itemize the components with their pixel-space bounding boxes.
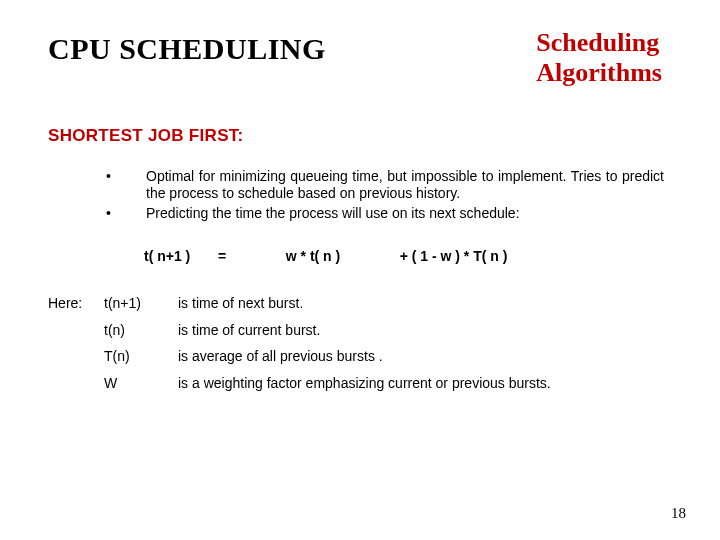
- definition-row: W is a weighting factor emphasizing curr…: [48, 370, 672, 397]
- slide-header: CPU SCHEDULING Scheduling Algorithms: [48, 28, 672, 88]
- definition-symbol: W: [104, 370, 178, 397]
- formula-eq: =: [218, 248, 282, 264]
- definition-symbol: T(n): [104, 343, 178, 370]
- page-number: 18: [671, 505, 686, 522]
- section-title-line2: Algorithms: [536, 58, 662, 87]
- definition-text: is time of current burst.: [178, 317, 672, 344]
- definitions-label: Here:: [48, 290, 104, 317]
- definitions: Here: t(n+1) is time of next burst. t(n)…: [48, 290, 672, 396]
- definition-symbol: t(n+1): [104, 290, 178, 317]
- topic-heading: SHORTEST JOB FIRST:: [48, 126, 672, 146]
- definition-text: is average of all previous bursts .: [178, 343, 672, 370]
- definition-symbol: t(n): [104, 317, 178, 344]
- definition-row: t(n) is time of current burst.: [48, 317, 672, 344]
- formula-term2: + ( 1 - w ) * T( n ): [400, 248, 508, 264]
- bullet-item: Predicting the time the process will use…: [106, 205, 664, 223]
- main-title: CPU SCHEDULING: [48, 32, 326, 66]
- formula-lhs: t( n+1 ): [144, 248, 214, 264]
- formula-term1: w * t( n ): [286, 248, 396, 264]
- definition-row: Here: t(n+1) is time of next burst.: [48, 290, 672, 317]
- section-title: Scheduling Algorithms: [536, 28, 662, 88]
- bullet-item: Optimal for minimizing queueing time, bu…: [106, 168, 664, 203]
- definition-text: is time of next burst.: [178, 290, 672, 317]
- definition-row: T(n) is average of all previous bursts .: [48, 343, 672, 370]
- formula-line: t( n+1 ) = w * t( n ) + ( 1 - w ) * T( n…: [144, 248, 672, 264]
- section-title-line1: Scheduling: [536, 28, 659, 57]
- slide: CPU SCHEDULING Scheduling Algorithms SHO…: [0, 0, 720, 540]
- bullet-list: Optimal for minimizing queueing time, bu…: [48, 168, 664, 223]
- definition-text: is a weighting factor emphasizing curren…: [178, 370, 672, 397]
